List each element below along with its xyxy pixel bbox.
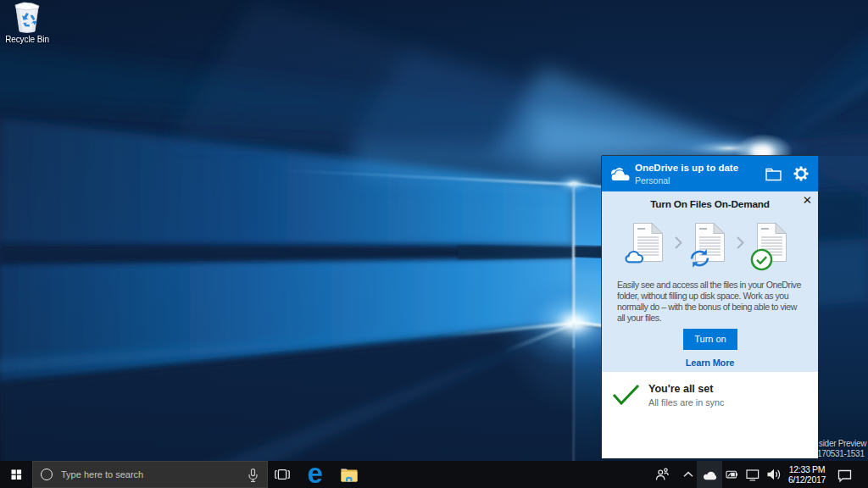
- svg-text:e: e: [308, 458, 323, 488]
